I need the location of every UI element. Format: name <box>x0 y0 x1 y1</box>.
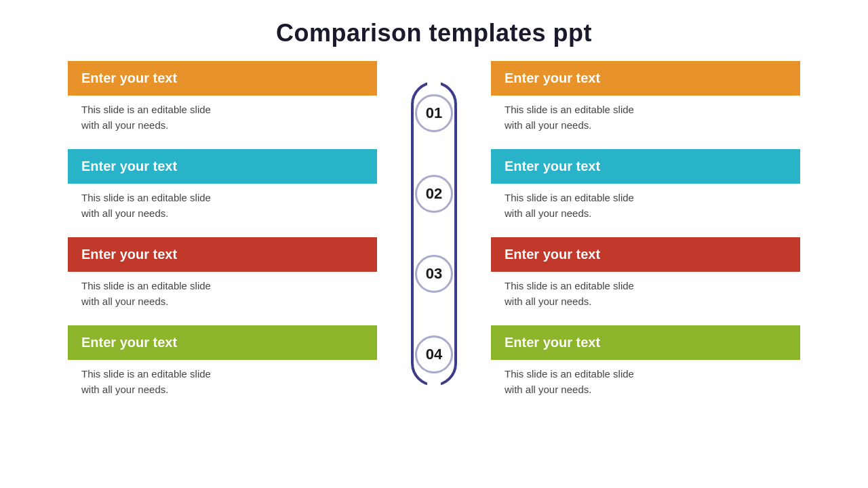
right-panel-3: Enter your textThis slide is an editable… <box>491 237 800 319</box>
center-spine: 01020304 <box>410 61 458 407</box>
right-header-2[interactable]: Enter your text <box>491 149 800 184</box>
number-circle-3: 03 <box>415 255 453 293</box>
number-circles: 01020304 <box>410 61 458 407</box>
left-panel-2: Enter your textThis slide is an editable… <box>68 149 377 230</box>
right-body-3: This slide is an editable slidewith all … <box>491 272 800 319</box>
right-header-4[interactable]: Enter your text <box>491 325 800 360</box>
left-body-2: This slide is an editable slidewith all … <box>68 184 377 230</box>
left-body-1: This slide is an editable slidewith all … <box>68 96 377 142</box>
right-panel-4: Enter your textThis slide is an editable… <box>491 325 800 407</box>
left-panel-1: Enter your textThis slide is an editable… <box>68 61 377 142</box>
right-panel-2: Enter your textThis slide is an editable… <box>491 149 800 230</box>
left-panel-3: Enter your textThis slide is an editable… <box>68 237 377 319</box>
number-circle-2: 02 <box>415 175 453 213</box>
left-header-4[interactable]: Enter your text <box>68 325 377 360</box>
main-container: 01020304 Enter your textThis slide is an… <box>68 61 800 407</box>
right-panel-1: Enter your textThis slide is an editable… <box>491 61 800 142</box>
right-body-1: This slide is an editable slidewith all … <box>491 96 800 142</box>
right-body-4: This slide is an editable slidewith all … <box>491 360 800 407</box>
right-header-1[interactable]: Enter your text <box>491 61 800 96</box>
left-body-4: This slide is an editable slidewith all … <box>68 360 377 407</box>
right-header-3[interactable]: Enter your text <box>491 237 800 272</box>
left-panel-4: Enter your textThis slide is an editable… <box>68 325 377 407</box>
number-circle-4: 04 <box>415 336 453 373</box>
number-circle-1: 01 <box>415 94 453 132</box>
right-body-2: This slide is an editable slidewith all … <box>491 184 800 230</box>
left-body-3: This slide is an editable slidewith all … <box>68 272 377 319</box>
page-title: Comparison templates ppt <box>276 19 592 47</box>
left-header-2[interactable]: Enter your text <box>68 149 377 184</box>
left-header-3[interactable]: Enter your text <box>68 237 377 272</box>
left-header-1[interactable]: Enter your text <box>68 61 377 96</box>
